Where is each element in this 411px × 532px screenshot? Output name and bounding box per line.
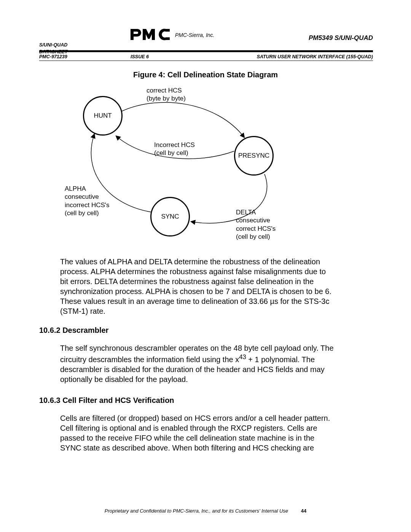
- product-long: SATURN USER NETWORK INTERFACE (155-QUAD): [257, 54, 373, 59]
- text: (cell by cell): [154, 149, 188, 157]
- text: (cell by cell): [236, 233, 270, 240]
- page-number: 44: [301, 508, 306, 514]
- text: ALPHA: [65, 185, 86, 192]
- state-sync: SYNC: [150, 197, 190, 236]
- edge-label-correct: correct HCS (byte by byte): [147, 86, 186, 103]
- edge-label-delta: DELTA consecutive correct HCS's (cell by…: [236, 208, 276, 241]
- figure-title: Figure 4: Cell Delineation State Diagram: [0, 70, 411, 79]
- page-footer: Proprietary and Confidential to PMC-Sier…: [0, 508, 411, 514]
- company-name: PMC-Sierra, Inc.: [175, 32, 214, 40]
- rule-top: [39, 50, 373, 52]
- paragraph-alpha-delta: The values of ALPHA and DELTA determine …: [60, 257, 334, 316]
- edge-label-alpha: ALPHA consecutive incorrect HCS's (cell …: [65, 185, 110, 217]
- text: incorrect HCS's: [65, 201, 110, 209]
- company-logo-block: PMC-Sierra, Inc.: [131, 27, 214, 40]
- text: Incorrect HCS: [154, 141, 195, 149]
- text: DELTA: [236, 209, 256, 216]
- text: correct HCS: [147, 87, 182, 94]
- text: (cell by cell): [65, 209, 99, 217]
- state-presync: PRESYNC: [234, 136, 274, 176]
- paragraph-cell-filter: Cells are filtered (or dropped) based on…: [60, 413, 334, 453]
- issue: ISSUE 6: [131, 54, 149, 59]
- page-header: S/UNI-QUAD DATASHEET PMC-Sierra, Inc. PM…: [39, 27, 373, 59]
- page: S/UNI-QUAD DATASHEET PMC-Sierra, Inc. PM…: [0, 0, 411, 532]
- doc-id: PMC-971239: [39, 54, 131, 59]
- pmc-logo-icon: [131, 27, 172, 40]
- text: consecutive: [65, 193, 99, 200]
- heading-cell-filter: 10.6.3 Cell Filter and HCS Verification: [39, 396, 174, 405]
- text: consecutive: [236, 217, 270, 224]
- heading-descrambler: 10.6.2 Descrambler: [39, 326, 108, 335]
- paragraph-descrambler: The self synchronous descrambler operate…: [60, 343, 334, 384]
- header-row-2: PMC-971239 ISSUE 6 SATURN USER NETWORK I…: [39, 54, 373, 59]
- state-diagram: HUNT PRESYNC SYNC correct HCS (byte by b…: [65, 83, 327, 243]
- text: (byte by byte): [147, 95, 186, 102]
- state-hunt: HUNT: [83, 96, 123, 136]
- header-left-block: S/UNI-QUAD DATASHEET: [39, 42, 68, 55]
- rule-bottom: [39, 61, 373, 61]
- footer-text: Proprietary and Confidential to PMC-Sier…: [105, 508, 288, 514]
- text: correct HCS's: [236, 225, 276, 232]
- part-number: PM5349 S/UNI-QUAD: [309, 34, 373, 42]
- edge-label-incorrect: Incorrect HCS (cell by cell): [154, 141, 195, 157]
- product-family: S/UNI-QUAD: [39, 42, 68, 49]
- svg-rect-0: [168, 33, 172, 36]
- exponent: 43: [239, 353, 246, 361]
